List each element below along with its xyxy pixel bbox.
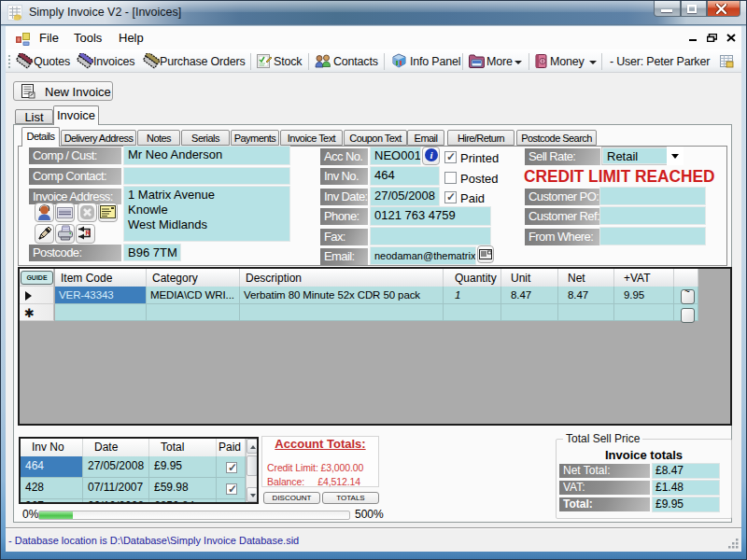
svg-text:R: R [86, 230, 91, 236]
